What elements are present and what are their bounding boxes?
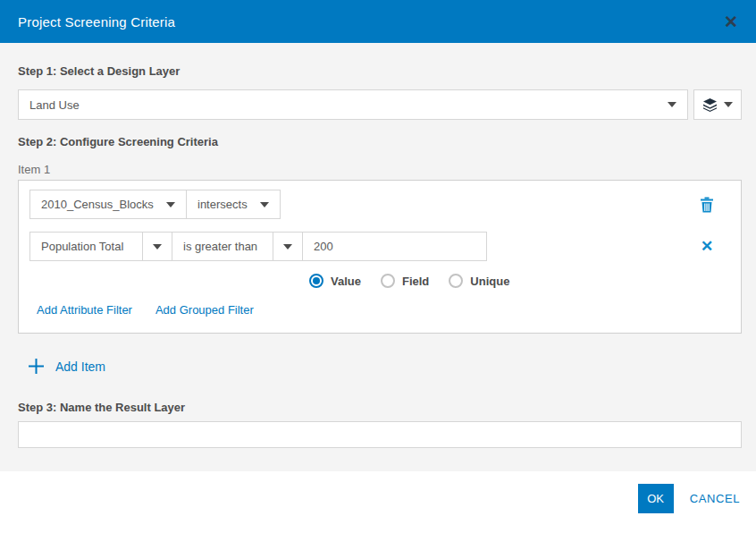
add-item-button[interactable]: Add Item	[18, 358, 742, 375]
cancel-button[interactable]: CANCEL	[690, 492, 740, 505]
add-item-label: Add Item	[55, 360, 105, 374]
step2-heading: Step 2: Configure Screening Criteria	[18, 135, 742, 148]
item-label: Item 1	[18, 163, 742, 176]
criteria-item-box: 2010_Census_Blocks intersects	[18, 180, 742, 334]
remove-icon: ✕	[701, 239, 713, 254]
result-layer-name-input[interactable]	[18, 421, 742, 448]
chevron-down-icon	[260, 202, 269, 207]
delete-item-button[interactable]	[698, 196, 716, 214]
criteria-layer-select[interactable]: 2010_Census_Blocks	[29, 190, 187, 219]
step1-row: Land Use	[18, 89, 742, 120]
radio-field[interactable]: Field	[381, 274, 429, 288]
step3-heading: Step 3: Name the Result Layer	[18, 401, 742, 414]
design-layer-select[interactable]: Land Use	[18, 89, 688, 120]
project-screening-criteria-dialog: Project Screening Criteria ✕ Step 1: Sel…	[0, 0, 756, 533]
radio-value-label: Value	[331, 275, 361, 288]
criteria-layer-select-value: 2010_Census_Blocks	[30, 198, 159, 211]
radio-unique-label: Unique	[470, 275, 509, 288]
radio-circle	[449, 274, 463, 288]
attribute-field-select[interactable]: Population Total	[29, 232, 172, 261]
remove-filter-button[interactable]: ✕	[698, 238, 716, 256]
dialog-header: Project Screening Criteria ✕	[0, 0, 756, 43]
design-layer-select-value: Land Use	[19, 98, 659, 112]
dialog-content: Step 1: Select a Design Layer Land Use S…	[0, 43, 756, 471]
radio-field-label: Field	[402, 275, 429, 288]
condition-select[interactable]: is greater than	[172, 232, 303, 261]
attribute-field-select-value: Population Total	[29, 232, 142, 261]
operator-select[interactable]: intersects	[186, 190, 281, 219]
trash-icon	[700, 197, 714, 213]
filter-links-row: Add Attribute Filter Add Grouped Filter	[29, 303, 730, 317]
operator-select-value: intersects	[187, 198, 253, 211]
radio-value[interactable]: Value	[309, 274, 361, 288]
radio-circle	[309, 274, 323, 288]
radio-circle	[381, 274, 395, 288]
layers-icon	[702, 98, 718, 112]
plus-icon	[28, 358, 45, 375]
dialog-title: Project Screening Criteria	[18, 14, 175, 30]
criteria-row-layer: 2010_Census_Blocks intersects	[29, 190, 730, 219]
add-grouped-filter-link[interactable]: Add Grouped Filter	[155, 303, 254, 317]
filter-value-input[interactable]	[302, 232, 487, 261]
ok-button[interactable]: OK	[638, 484, 674, 513]
dialog-footer: OK CANCEL	[0, 471, 756, 533]
chevron-down-icon	[283, 244, 292, 250]
chevron-down-icon	[724, 102, 733, 107]
close-icon[interactable]: ✕	[720, 11, 742, 32]
layer-options-button[interactable]	[693, 89, 742, 120]
criteria-row-attribute: Population Total is greater than ✕	[29, 232, 730, 261]
radio-unique[interactable]: Unique	[449, 274, 509, 288]
chevron-down-icon	[668, 102, 676, 107]
condition-select-arrow[interactable]	[273, 232, 303, 261]
step1-heading: Step 1: Select a Design Layer	[18, 43, 742, 78]
add-attribute-filter-link[interactable]: Add Attribute Filter	[37, 303, 132, 317]
condition-select-value: is greater than	[172, 232, 273, 261]
chevron-down-icon	[166, 202, 175, 207]
chevron-down-icon	[153, 244, 162, 250]
attribute-field-select-arrow[interactable]	[142, 232, 172, 261]
value-type-radio-group: Value Field Unique	[29, 274, 730, 288]
